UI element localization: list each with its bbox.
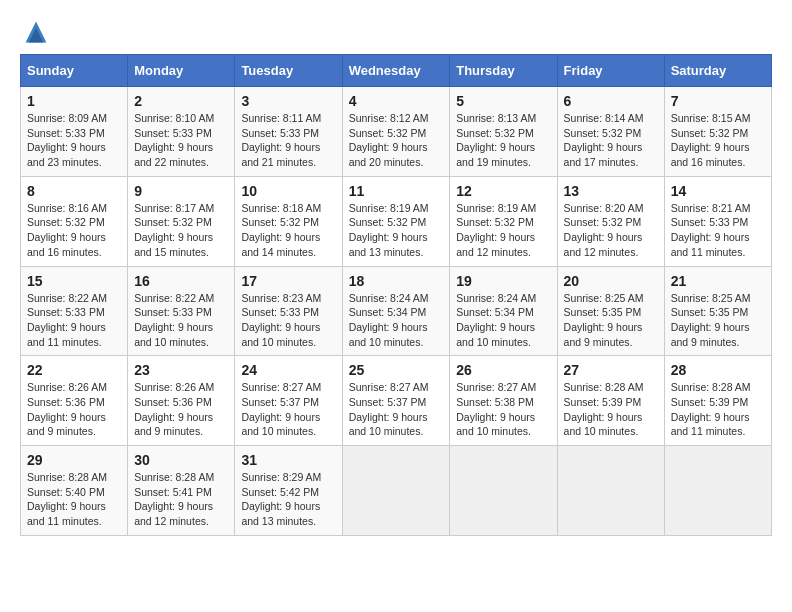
logo-icon: [24, 20, 48, 44]
day-number: 2: [134, 93, 228, 109]
day-number: 7: [671, 93, 765, 109]
day-number: 19: [456, 273, 550, 289]
day-info: Sunrise: 8:27 AMSunset: 5:38 PMDaylight:…: [456, 381, 536, 437]
day-header-thursday: Thursday: [450, 55, 557, 87]
calendar-week-4: 22 Sunrise: 8:26 AMSunset: 5:36 PMDaylig…: [21, 356, 772, 446]
day-info: Sunrise: 8:21 AMSunset: 5:33 PMDaylight:…: [671, 202, 751, 258]
calendar-cell: 2 Sunrise: 8:10 AMSunset: 5:33 PMDayligh…: [128, 87, 235, 177]
day-number: 24: [241, 362, 335, 378]
calendar-cell: 1 Sunrise: 8:09 AMSunset: 5:33 PMDayligh…: [21, 87, 128, 177]
calendar-cell: 24 Sunrise: 8:27 AMSunset: 5:37 PMDaylig…: [235, 356, 342, 446]
calendar-cell: 11 Sunrise: 8:19 AMSunset: 5:32 PMDaylig…: [342, 176, 450, 266]
day-info: Sunrise: 8:28 AMSunset: 5:39 PMDaylight:…: [564, 381, 644, 437]
calendar-cell: 7 Sunrise: 8:15 AMSunset: 5:32 PMDayligh…: [664, 87, 771, 177]
page-header: [20, 20, 772, 44]
day-number: 14: [671, 183, 765, 199]
day-header-saturday: Saturday: [664, 55, 771, 87]
day-number: 10: [241, 183, 335, 199]
calendar-cell: 27 Sunrise: 8:28 AMSunset: 5:39 PMDaylig…: [557, 356, 664, 446]
day-number: 4: [349, 93, 444, 109]
day-info: Sunrise: 8:15 AMSunset: 5:32 PMDaylight:…: [671, 112, 751, 168]
day-info: Sunrise: 8:11 AMSunset: 5:33 PMDaylight:…: [241, 112, 321, 168]
day-info: Sunrise: 8:25 AMSunset: 5:35 PMDaylight:…: [564, 292, 644, 348]
calendar-cell: 28 Sunrise: 8:28 AMSunset: 5:39 PMDaylig…: [664, 356, 771, 446]
day-number: 13: [564, 183, 658, 199]
day-info: Sunrise: 8:28 AMSunset: 5:39 PMDaylight:…: [671, 381, 751, 437]
calendar-cell: [342, 446, 450, 536]
day-info: Sunrise: 8:27 AMSunset: 5:37 PMDaylight:…: [349, 381, 429, 437]
calendar-cell: 6 Sunrise: 8:14 AMSunset: 5:32 PMDayligh…: [557, 87, 664, 177]
day-info: Sunrise: 8:20 AMSunset: 5:32 PMDaylight:…: [564, 202, 644, 258]
calendar-cell: 19 Sunrise: 8:24 AMSunset: 5:34 PMDaylig…: [450, 266, 557, 356]
day-number: 12: [456, 183, 550, 199]
calendar-header-row: SundayMondayTuesdayWednesdayThursdayFrid…: [21, 55, 772, 87]
calendar-cell: [664, 446, 771, 536]
day-info: Sunrise: 8:19 AMSunset: 5:32 PMDaylight:…: [349, 202, 429, 258]
calendar-cell: 20 Sunrise: 8:25 AMSunset: 5:35 PMDaylig…: [557, 266, 664, 356]
day-info: Sunrise: 8:10 AMSunset: 5:33 PMDaylight:…: [134, 112, 214, 168]
calendar-cell: 8 Sunrise: 8:16 AMSunset: 5:32 PMDayligh…: [21, 176, 128, 266]
calendar-cell: [450, 446, 557, 536]
day-number: 8: [27, 183, 121, 199]
day-number: 5: [456, 93, 550, 109]
day-info: Sunrise: 8:24 AMSunset: 5:34 PMDaylight:…: [349, 292, 429, 348]
day-info: Sunrise: 8:23 AMSunset: 5:33 PMDaylight:…: [241, 292, 321, 348]
day-info: Sunrise: 8:17 AMSunset: 5:32 PMDaylight:…: [134, 202, 214, 258]
calendar-cell: 26 Sunrise: 8:27 AMSunset: 5:38 PMDaylig…: [450, 356, 557, 446]
day-header-monday: Monday: [128, 55, 235, 87]
calendar-week-3: 15 Sunrise: 8:22 AMSunset: 5:33 PMDaylig…: [21, 266, 772, 356]
day-header-friday: Friday: [557, 55, 664, 87]
calendar-week-1: 1 Sunrise: 8:09 AMSunset: 5:33 PMDayligh…: [21, 87, 772, 177]
calendar-cell: 12 Sunrise: 8:19 AMSunset: 5:32 PMDaylig…: [450, 176, 557, 266]
day-info: Sunrise: 8:13 AMSunset: 5:32 PMDaylight:…: [456, 112, 536, 168]
day-number: 11: [349, 183, 444, 199]
day-number: 29: [27, 452, 121, 468]
day-info: Sunrise: 8:25 AMSunset: 5:35 PMDaylight:…: [671, 292, 751, 348]
day-info: Sunrise: 8:27 AMSunset: 5:37 PMDaylight:…: [241, 381, 321, 437]
day-info: Sunrise: 8:22 AMSunset: 5:33 PMDaylight:…: [134, 292, 214, 348]
day-info: Sunrise: 8:22 AMSunset: 5:33 PMDaylight:…: [27, 292, 107, 348]
day-number: 27: [564, 362, 658, 378]
day-info: Sunrise: 8:12 AMSunset: 5:32 PMDaylight:…: [349, 112, 429, 168]
day-number: 20: [564, 273, 658, 289]
day-number: 23: [134, 362, 228, 378]
day-info: Sunrise: 8:28 AMSunset: 5:41 PMDaylight:…: [134, 471, 214, 527]
calendar-cell: 31 Sunrise: 8:29 AMSunset: 5:42 PMDaylig…: [235, 446, 342, 536]
day-number: 18: [349, 273, 444, 289]
day-number: 6: [564, 93, 658, 109]
day-info: Sunrise: 8:26 AMSunset: 5:36 PMDaylight:…: [27, 381, 107, 437]
calendar-cell: 15 Sunrise: 8:22 AMSunset: 5:33 PMDaylig…: [21, 266, 128, 356]
calendar-cell: 4 Sunrise: 8:12 AMSunset: 5:32 PMDayligh…: [342, 87, 450, 177]
calendar-cell: 5 Sunrise: 8:13 AMSunset: 5:32 PMDayligh…: [450, 87, 557, 177]
day-info: Sunrise: 8:26 AMSunset: 5:36 PMDaylight:…: [134, 381, 214, 437]
day-info: Sunrise: 8:16 AMSunset: 5:32 PMDaylight:…: [27, 202, 107, 258]
calendar-cell: 23 Sunrise: 8:26 AMSunset: 5:36 PMDaylig…: [128, 356, 235, 446]
calendar-week-5: 29 Sunrise: 8:28 AMSunset: 5:40 PMDaylig…: [21, 446, 772, 536]
calendar-cell: 9 Sunrise: 8:17 AMSunset: 5:32 PMDayligh…: [128, 176, 235, 266]
calendar-cell: 25 Sunrise: 8:27 AMSunset: 5:37 PMDaylig…: [342, 356, 450, 446]
day-number: 16: [134, 273, 228, 289]
calendar-cell: 17 Sunrise: 8:23 AMSunset: 5:33 PMDaylig…: [235, 266, 342, 356]
day-info: Sunrise: 8:18 AMSunset: 5:32 PMDaylight:…: [241, 202, 321, 258]
day-header-wednesday: Wednesday: [342, 55, 450, 87]
day-number: 26: [456, 362, 550, 378]
calendar-cell: 3 Sunrise: 8:11 AMSunset: 5:33 PMDayligh…: [235, 87, 342, 177]
day-info: Sunrise: 8:24 AMSunset: 5:34 PMDaylight:…: [456, 292, 536, 348]
calendar-cell: 30 Sunrise: 8:28 AMSunset: 5:41 PMDaylig…: [128, 446, 235, 536]
day-info: Sunrise: 8:09 AMSunset: 5:33 PMDaylight:…: [27, 112, 107, 168]
calendar-cell: 10 Sunrise: 8:18 AMSunset: 5:32 PMDaylig…: [235, 176, 342, 266]
day-number: 3: [241, 93, 335, 109]
calendar-cell: 13 Sunrise: 8:20 AMSunset: 5:32 PMDaylig…: [557, 176, 664, 266]
day-number: 22: [27, 362, 121, 378]
day-number: 25: [349, 362, 444, 378]
day-number: 1: [27, 93, 121, 109]
calendar-table: SundayMondayTuesdayWednesdayThursdayFrid…: [20, 54, 772, 536]
calendar-cell: 29 Sunrise: 8:28 AMSunset: 5:40 PMDaylig…: [21, 446, 128, 536]
day-header-sunday: Sunday: [21, 55, 128, 87]
calendar-cell: 21 Sunrise: 8:25 AMSunset: 5:35 PMDaylig…: [664, 266, 771, 356]
day-number: 28: [671, 362, 765, 378]
logo: [20, 20, 48, 44]
day-number: 21: [671, 273, 765, 289]
day-number: 15: [27, 273, 121, 289]
day-header-tuesday: Tuesday: [235, 55, 342, 87]
